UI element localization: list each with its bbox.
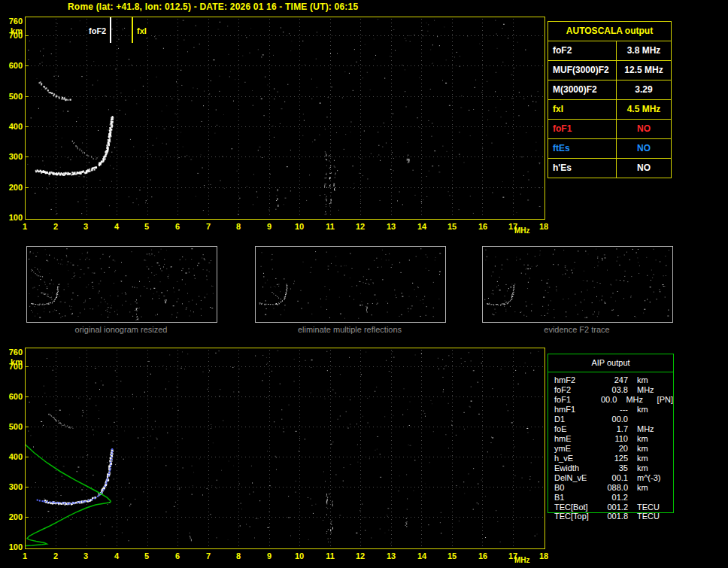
aip-param-unit: MHz (626, 395, 655, 405)
x-axis-tick-label: 14 (417, 222, 426, 231)
x-axis-tick-label: 10 (295, 222, 304, 231)
x-axis-tick-label: 2 (53, 222, 58, 231)
aip-param-name: DelN_vE (554, 473, 601, 483)
autoscala-row: M(3000)F2 3.29 (548, 80, 671, 100)
autoscala-table-header: AUTOSCALA output (548, 22, 671, 41)
aip-param-unit: m^(-3) (637, 473, 672, 483)
x-axis-tick-label: 10 (295, 551, 304, 560)
fxI-marker-label: fxI (135, 26, 148, 36)
ionogram-panel-top (25, 17, 545, 220)
y-axis-tick-label: 100 (0, 542, 23, 551)
y-axis-unit-label: km (0, 26, 23, 35)
thumbnail-caption-original: original ionogram resized (26, 325, 216, 334)
x-axis-tick-label: 6 (175, 551, 180, 560)
autoscala-param-value: 3.29 (617, 80, 671, 99)
y-axis-tick-label: 100 (0, 213, 23, 222)
x-axis-tick-label: 1 (23, 551, 27, 560)
y-axis-unit-label: km (0, 357, 23, 366)
autoscala-param-label: h'Es (548, 159, 617, 178)
autoscala-param-label: foF2 (548, 41, 617, 60)
autoscala-row: MUF(3000)F2 12.5 MHz (548, 61, 671, 80)
autoscala-param-value: NO (617, 139, 671, 158)
autoscala-param-value: 4.5 MHz (617, 100, 671, 119)
autoscala-row: fxI 4.5 MHz (548, 100, 671, 120)
autoscala-window: Rome (lat: +41.8, lon: 012.5) - DATE: 20… (0, 0, 728, 568)
aip-param-name: hmF2 (554, 375, 601, 385)
foF2-marker-label: foF2 (87, 26, 108, 36)
y-axis-tick-label: 200 (0, 183, 23, 192)
autoscala-output-table: AUTOSCALA output foF2 3.8 MHz MUF(3000)F… (548, 21, 672, 178)
aip-row-tec-top: TEC[Top] 001.8 TECU (548, 512, 679, 521)
aip-param-name: TEC[Top] (554, 512, 601, 521)
aip-param-value: 00.0 (601, 415, 628, 424)
x-axis-tick-label: 14 (417, 551, 426, 560)
autoscala-row: h'Es NO (548, 159, 671, 178)
autoscala-param-value: 12.5 MHz (617, 61, 671, 80)
autoscala-param-label: ftEs (548, 139, 617, 158)
aip-row: h_vE 125 km (548, 454, 673, 463)
aip-row: B0 088.0 km (548, 483, 673, 493)
aip-row: foF1 00.0 MHz [PN] (548, 395, 673, 405)
x-axis-tick-label: 12 (356, 222, 365, 231)
x-axis-tick-label: 12 (356, 551, 365, 560)
aip-param-name: B0 (554, 483, 601, 493)
aip-row: D1 00.0 (548, 415, 673, 424)
y-axis-tick-label: 500 (0, 422, 23, 431)
autoscala-row: ftEs NO (548, 139, 671, 159)
thumbnail-caption-evidence: evidence F2 trace (482, 325, 672, 334)
aip-row: ymE 20 km (548, 444, 673, 454)
aip-param-extra: [PN] (657, 395, 673, 405)
aip-param-unit (637, 493, 672, 503)
ionogram-top-canvas (26, 17, 543, 217)
x-axis-tick-label: 7 (206, 222, 211, 231)
aip-param-unit: km (637, 434, 672, 444)
aip-param-value: --- (601, 405, 628, 415)
ionogram-panel-bottom (25, 348, 545, 549)
y-axis-tick-label: 760 (0, 17, 23, 26)
aip-param-unit: km (637, 444, 672, 454)
thumbnail-original-ionogram (26, 246, 217, 323)
x-axis-tick-label: 3 (83, 222, 88, 231)
aip-param-name: D1 (554, 415, 601, 424)
aip-param-unit: km (637, 454, 672, 463)
y-axis-tick-label: 500 (0, 92, 23, 101)
aip-table-header: AIP output (548, 354, 673, 372)
aip-param-unit: km (637, 375, 672, 385)
y-axis-tick-label: 300 (0, 152, 23, 161)
x-axis-tick-label: 11 (326, 551, 335, 560)
x-axis-tick-label: 15 (447, 551, 457, 560)
thumbnail-eliminate-canvas (256, 247, 444, 320)
station-title: Rome (lat: +41.8, lon: 012.5) - DATE: 20… (68, 2, 358, 12)
x-axis-tick-label: 9 (267, 222, 271, 231)
aip-row: foF2 03.8 MHz (548, 385, 673, 395)
aip-param-name: h_vE (554, 454, 601, 463)
aip-param-value: 03.8 (601, 385, 628, 395)
aip-param-unit: TECU (637, 512, 672, 521)
aip-row: hmF2 247 km (548, 375, 673, 385)
x-axis-unit-label: MHz (514, 556, 530, 564)
thumbnail-evidence-canvas (483, 247, 671, 320)
x-axis-tick-label: 4 (114, 222, 119, 231)
thumbnail-eliminate-reflections (255, 246, 446, 323)
x-axis-tick-label: 15 (447, 222, 457, 231)
aip-row: Ewidth 35 km (548, 463, 673, 473)
y-axis-tick-label: 600 (0, 61, 23, 70)
x-axis-tick-label: 13 (387, 222, 396, 231)
thumbnail-original-canvas (27, 247, 215, 320)
autoscala-param-label: fxI (548, 100, 617, 119)
thumbnail-evidence-f2 (482, 246, 673, 323)
autoscala-param-label: foF1 (548, 120, 617, 138)
aip-param-value: 001.8 (601, 512, 628, 521)
aip-param-name: B1 (554, 493, 601, 503)
y-axis-tick-label: 300 (0, 482, 23, 491)
x-axis-tick-label: 8 (236, 222, 241, 231)
x-axis-unit-label: MHz (514, 226, 530, 235)
aip-param-unit: km (637, 405, 672, 415)
aip-param-value: 00.0 (594, 395, 617, 405)
aip-param-name: foE (554, 424, 601, 434)
aip-param-value: 1.7 (601, 424, 628, 434)
aip-row: hmE 110 km (548, 434, 673, 444)
aip-row: DelN_vE 00.1 m^(-3) (548, 473, 673, 483)
aip-param-unit: MHz (637, 385, 672, 395)
autoscala-param-value: NO (617, 159, 671, 178)
